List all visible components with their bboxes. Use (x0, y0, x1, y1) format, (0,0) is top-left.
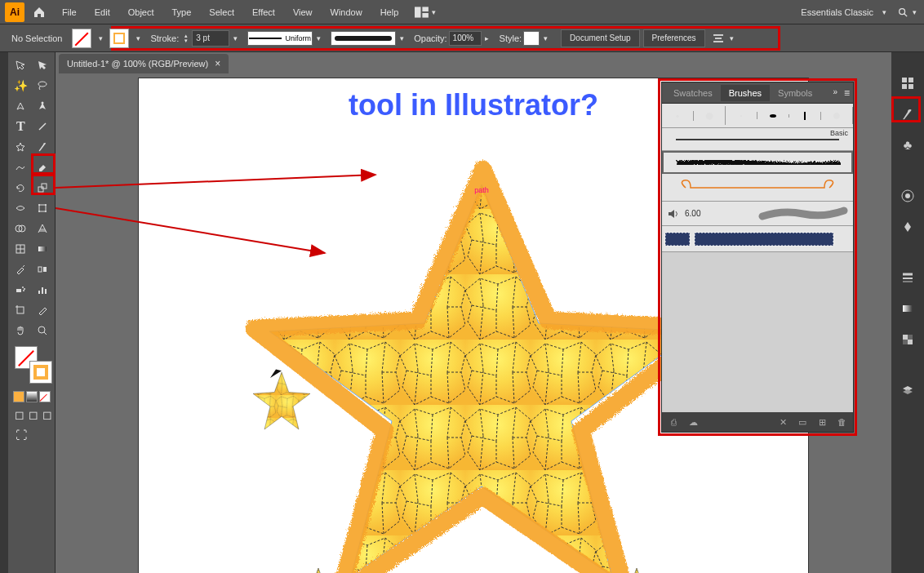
artboard-tool[interactable] (10, 300, 32, 320)
decrement-icon[interactable]: ▴▾ (180, 33, 192, 44)
stroke-swatch[interactable] (29, 361, 52, 384)
color-mode-color[interactable] (13, 391, 24, 402)
fill-color-swatch[interactable] (72, 29, 91, 48)
brush-definition-preview[interactable] (331, 31, 396, 46)
screen-mode-button[interactable]: ⛶ (10, 425, 33, 445)
left-collapsed-strip[interactable] (0, 52, 8, 573)
expand-icon[interactable]: » (833, 87, 837, 99)
tab-swatches[interactable]: Swatches (665, 85, 721, 101)
lasso-tool[interactable] (32, 76, 54, 96)
brush-item-mop[interactable]: 6.00 (662, 202, 853, 226)
brush-item-swirl[interactable] (662, 174, 853, 202)
draw-inside-button[interactable]: ◻ (41, 408, 53, 421)
variable-width-profile[interactable]: Uniform (247, 31, 313, 46)
draw-normal-button[interactable]: ◻ (13, 408, 25, 421)
chevron-down-icon[interactable]: ▾ (95, 33, 106, 44)
slice-tool[interactable] (32, 300, 54, 320)
rotate-tool[interactable] (10, 178, 32, 198)
brush-item-charcoal[interactable] (662, 151, 853, 174)
menu-edit[interactable]: Edit (87, 4, 118, 20)
menu-view[interactable]: View (285, 4, 321, 20)
brush-item[interactable] (789, 112, 821, 120)
direct-selection-tool[interactable] (32, 56, 54, 75)
arrange-documents-button[interactable]: ▾ (415, 4, 439, 20)
brush-item[interactable]: • (662, 111, 694, 121)
menu-select[interactable]: Select (201, 4, 242, 20)
free-transform-tool[interactable] (32, 198, 54, 218)
chevron-right-icon[interactable]: ▸ (482, 33, 493, 44)
document-tab[interactable]: Untitled-1* @ 100% (RGB/Preview) × (59, 54, 229, 73)
transparency-panel-icon[interactable] (898, 330, 917, 349)
workspace-switcher[interactable]: Essentials Classic ▾ (794, 7, 896, 18)
magic-wand-tool[interactable]: ✨ (10, 76, 32, 96)
chevron-down-icon[interactable]: ▾ (132, 33, 144, 44)
fill-stroke-indicator[interactable] (15, 346, 47, 379)
line-segment-tool[interactable] (32, 117, 54, 136)
remove-stroke-icon[interactable]: ✕ (776, 415, 789, 429)
width-tool[interactable] (10, 198, 32, 218)
zoom-tool[interactable] (32, 321, 54, 340)
symbols-panel-icon[interactable]: ♣ (898, 135, 917, 155)
brushes-panel-icon[interactable] (898, 104, 917, 124)
menu-type[interactable]: Type (164, 4, 200, 20)
chevron-down-icon[interactable]: ▾ (313, 33, 324, 44)
selection-tool[interactable] (10, 56, 32, 75)
pen-tool[interactable] (10, 96, 32, 116)
stroke-panel-icon[interactable] (898, 268, 917, 287)
color-mode-gradient[interactable] (26, 391, 38, 402)
new-brush-icon[interactable]: ⊞ (815, 415, 828, 429)
menu-window[interactable]: Window (322, 4, 371, 20)
menu-effect[interactable]: Effect (244, 4, 283, 20)
properties-panel-icon[interactable] (898, 73, 917, 93)
eyedropper-tool[interactable] (10, 260, 32, 279)
gradient-tool[interactable] (32, 239, 54, 259)
color-panel-icon[interactable] (898, 186, 917, 206)
type-tool[interactable]: T (10, 117, 32, 136)
preferences-button[interactable]: Preferences (643, 29, 705, 47)
brush-item[interactable]: • (726, 112, 757, 119)
home-button[interactable] (29, 2, 49, 22)
canvas[interactable]: tool in Illustrator? (56, 73, 891, 573)
brush-item[interactable] (757, 114, 789, 118)
brush-item-pattern[interactable] (662, 226, 853, 252)
align-to-button[interactable]: ▾ (712, 32, 738, 45)
opacity-input[interactable]: 100% (449, 31, 482, 46)
trash-icon[interactable]: 🗑 (835, 415, 848, 429)
menu-file[interactable]: File (54, 4, 85, 20)
blend-tool[interactable] (32, 260, 54, 279)
tab-brushes[interactable]: Brushes (721, 85, 770, 101)
column-graph-tool[interactable] (32, 280, 54, 300)
hand-tool[interactable] (10, 321, 32, 340)
gradient-panel-icon[interactable] (898, 299, 917, 318)
perspective-grid-tool[interactable] (32, 219, 54, 238)
shape-tool[interactable] (10, 137, 32, 157)
stroke-color-swatch[interactable] (109, 29, 129, 48)
layers-panel-icon[interactable] (898, 380, 917, 400)
graphic-style-preview[interactable] (523, 31, 540, 46)
chevron-down-icon[interactable]: ▾ (396, 33, 407, 44)
shaper-tool[interactable] (10, 158, 32, 177)
menu-help[interactable]: Help (372, 4, 407, 20)
paintbrush-tool[interactable] (32, 137, 54, 157)
stroke-weight-input[interactable]: 3 pt (192, 30, 229, 47)
brush-item-basic[interactable]: Basic (662, 128, 853, 151)
close-icon[interactable]: × (215, 58, 220, 69)
shape-builder-tool[interactable] (10, 219, 32, 238)
chevron-down-icon[interactable]: ▾ (229, 33, 241, 44)
color-guide-panel-icon[interactable] (898, 217, 917, 237)
mesh-tool[interactable] (10, 239, 32, 259)
libraries-icon[interactable]: ☁ (686, 415, 700, 429)
draw-behind-button[interactable]: ◻ (27, 408, 39, 421)
color-mode-none[interactable] (39, 391, 51, 402)
chevron-down-icon[interactable]: ▾ (540, 33, 551, 44)
search-button[interactable]: ▾ (898, 2, 919, 23)
brush-item[interactable]: ● (821, 107, 853, 124)
options-icon[interactable]: ▭ (796, 415, 809, 429)
document-setup-button[interactable]: Document Setup (561, 29, 640, 47)
eraser-tool[interactable] (32, 158, 54, 177)
brush-item[interactable]: ● (694, 106, 726, 125)
scale-tool[interactable] (32, 178, 54, 198)
brush-libraries-icon[interactable]: ⎙ (667, 415, 680, 429)
symbol-sprayer-tool[interactable] (10, 280, 32, 300)
menu-object[interactable]: Object (120, 4, 162, 20)
